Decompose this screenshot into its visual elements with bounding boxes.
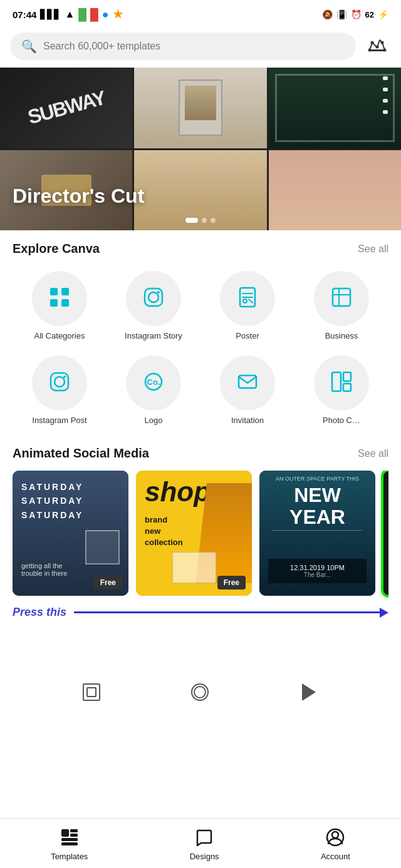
animated-see-all-button[interactable]: See all	[358, 448, 388, 459]
svg-rect-7	[50, 299, 58, 307]
search-input[interactable]	[43, 41, 345, 52]
svg-rect-28	[61, 842, 78, 845]
animated-title: Animated Social Media	[13, 446, 149, 461]
svg-rect-9	[145, 288, 162, 306]
category-item-logo[interactable]: Co. Logo	[107, 350, 200, 435]
hero-banner: Director's Cut	[0, 68, 401, 230]
nav-label-templates: Templates	[51, 852, 88, 861]
card-newyear-subtitle: AN OUTER SPACE PARTY THIS	[276, 476, 359, 482]
mute-icon: 🔕	[322, 9, 333, 19]
category-item-instagram-story[interactable]: Instagram Story	[107, 266, 200, 350]
category-label-poster: Poster	[236, 331, 259, 340]
animated-cards-scroll[interactable]: SATURDAYSATURDAYSATURDAY getting all the…	[13, 471, 388, 603]
svg-rect-15	[51, 373, 68, 391]
press-annotation: Press this	[0, 603, 401, 626]
card-brand-text: brandnewcollection	[145, 514, 183, 549]
card-shop-badge: Free	[217, 576, 246, 590]
card-saturday-badge: Free	[94, 576, 122, 590]
category-circle-invitation	[220, 355, 275, 411]
nav-label-account: Account	[321, 852, 350, 861]
category-item-instagram-post[interactable]: Instagram Post	[13, 350, 107, 435]
status-left: 07:44 ▋▋▋ ▲ █ █ ● ★	[13, 8, 123, 21]
svg-rect-22	[343, 372, 351, 381]
invitation-icon	[236, 370, 259, 396]
category-item-business[interactable]: Business	[294, 266, 388, 350]
vibrate-icon: 📳	[336, 9, 347, 19]
nav-item-templates[interactable]: Templates	[38, 825, 100, 864]
nav-label-designs: Designs	[190, 852, 219, 861]
search-icon: 🔍	[21, 39, 37, 54]
card-newyear-text: NEWYEAR	[289, 484, 345, 528]
card-newyear-line	[272, 530, 363, 531]
phone-recent-button[interactable]	[299, 681, 318, 703]
crown-icon	[367, 38, 387, 55]
phone-nav-bar	[0, 677, 401, 708]
explore-see-all-button[interactable]: See all	[358, 243, 388, 255]
instagram-story-icon	[142, 286, 165, 312]
photo-collage-icon	[330, 370, 353, 396]
svg-point-0	[368, 49, 372, 52]
crown-button[interactable]	[363, 33, 391, 60]
signal-icon: ▋▋▋	[40, 9, 61, 19]
category-label-post: Instagram Post	[32, 416, 86, 425]
collage-item-3	[269, 68, 401, 148]
card-plus-wrapper: +	[383, 471, 388, 596]
time: 07:44	[13, 9, 36, 20]
template-card-saturday[interactable]: SATURDAYSATURDAYSATURDAY getting all the…	[13, 471, 128, 596]
hero-dot-3[interactable]	[211, 218, 216, 223]
account-icon	[326, 828, 345, 849]
svg-point-16	[55, 377, 65, 387]
template-card-plus[interactable]: +	[383, 471, 388, 596]
hero-dot-2[interactable]	[202, 218, 207, 223]
svg-point-2	[376, 46, 379, 49]
grid-icon	[48, 286, 71, 312]
status-bar: 07:44 ▋▋▋ ▲ █ █ ● ★ 🔕 📳 ⏰ 62 ⚡	[0, 0, 401, 28]
hero-dot-1[interactable]	[185, 218, 198, 223]
svg-point-10	[148, 292, 159, 302]
svg-rect-8	[61, 299, 69, 307]
press-text: Press this	[13, 606, 66, 619]
category-label-business: Business	[325, 331, 358, 340]
svg-rect-25	[70, 829, 78, 832]
battery-level: 62	[365, 10, 374, 19]
status-right: 🔕 📳 ⏰ 62 ⚡	[322, 9, 388, 19]
card-saturday-subtext: getting all thetrouble in there	[21, 562, 67, 577]
category-circle-poster	[220, 271, 275, 326]
category-item-invitation[interactable]: Invitation	[200, 350, 294, 435]
square-icon	[86, 687, 96, 697]
category-item-photo-collage[interactable]: Photo C…	[294, 350, 388, 435]
svg-point-3	[371, 41, 374, 44]
collage-item-1	[0, 68, 132, 148]
categories-grid: All Categories Instagram Story Poster	[13, 266, 388, 435]
category-item-poster[interactable]: Poster	[200, 266, 294, 350]
press-arrow	[74, 608, 388, 618]
category-circle-logo: Co.	[126, 355, 181, 411]
explore-title: Explore Canva	[13, 242, 100, 256]
category-item-all-categories[interactable]: All Categories	[13, 266, 107, 350]
alarm-icon: ⏰	[351, 9, 362, 19]
circle-icon	[194, 686, 206, 698]
nav-item-account[interactable]: Account	[308, 825, 363, 864]
category-label-logo: Logo	[145, 416, 163, 425]
category-circle-post	[32, 355, 87, 411]
svg-point-1	[383, 49, 387, 52]
animated-section: Animated Social Media See all SATURDAYSA…	[0, 435, 401, 603]
category-circle-all	[32, 271, 87, 326]
explore-section: Explore Canva See all All Categories Ins…	[0, 230, 401, 435]
search-bar[interactable]: 🔍	[10, 33, 356, 60]
svg-rect-26	[70, 834, 78, 837]
nav-item-designs[interactable]: Designs	[177, 825, 232, 864]
category-circle-story	[126, 271, 181, 326]
category-circle-business	[314, 271, 369, 326]
template-card-shop[interactable]: shop brandnewcollection Free	[136, 471, 252, 596]
phone-back-square-button[interactable]	[83, 683, 100, 701]
svg-rect-6	[61, 288, 69, 295]
card-product-image	[172, 552, 216, 583]
category-circle-photo	[314, 355, 369, 411]
phone-home-button[interactable]	[191, 683, 209, 701]
app-icon-1: █	[78, 8, 86, 21]
template-card-newyear[interactable]: AN OUTER SPACE PARTY THIS NEWYEAR 12.31.…	[259, 471, 375, 596]
animated-section-header: Animated Social Media See all	[13, 446, 388, 461]
wifi-icon: ▲	[65, 9, 75, 20]
svg-rect-5	[50, 288, 58, 295]
